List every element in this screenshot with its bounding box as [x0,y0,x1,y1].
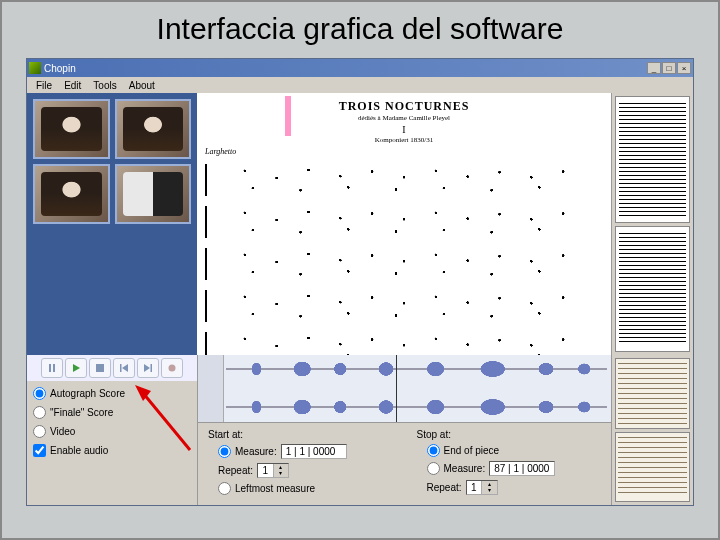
score-page-thumb[interactable] [615,226,690,353]
play-button[interactable] [65,358,87,378]
waveform-panel[interactable] [198,355,611,423]
measure-label: Measure: [235,446,277,457]
image-thumb[interactable] [115,164,192,224]
svg-rect-1 [53,364,55,372]
autograph-score-label: Autograph Score [50,388,125,399]
stop-repeat-spinner[interactable]: 1▴▾ [466,480,498,495]
staff-system [205,286,603,322]
enable-audio-checkbox[interactable] [33,444,46,457]
menu-about[interactable]: About [123,80,161,91]
svg-marker-2 [73,364,80,372]
start-measure-radio[interactable] [218,445,231,458]
transport-bar [27,355,197,381]
manuscript-page-thumb[interactable] [615,432,690,503]
score-tempo: Larghetto [205,147,603,156]
waveform-cursor[interactable] [396,355,397,422]
svg-point-8 [169,365,176,372]
maximize-button[interactable]: □ [662,62,676,74]
autograph-score-radio[interactable] [33,387,46,400]
stop-measure-radio[interactable] [427,462,440,475]
leftmost-measure-radio[interactable] [218,482,231,495]
manuscript-page-thumb[interactable] [615,358,690,429]
image-thumb[interactable] [33,164,110,224]
app-icon [29,62,41,74]
stop-measure-input[interactable]: 87 | 1 | 0000 [489,461,555,476]
svg-marker-4 [122,364,128,372]
start-measure-input[interactable]: 1 | 1 | 0000 [281,444,347,459]
score-page-thumbnails [611,93,693,355]
score-title: TROIS NOCTURNES [205,99,603,114]
menu-tools[interactable]: Tools [87,80,122,91]
end-of-piece-radio[interactable] [427,444,440,457]
staff-system [205,202,603,238]
menu-edit[interactable]: Edit [58,80,87,91]
slide-title: Interfaccia grafica del software [26,12,694,46]
titlebar: Chopin _ □ × [27,59,693,77]
next-button[interactable] [137,358,159,378]
score-viewer[interactable]: TROIS NOCTURNES dédiés à Madame Camille … [197,93,611,355]
staff-system [205,328,603,355]
staff-system [205,244,603,280]
prev-button[interactable] [113,358,135,378]
enable-audio-label: Enable audio [50,445,108,456]
waveform-ruler [198,355,224,422]
repeat-label: Repeat: [427,482,462,493]
pause-button[interactable] [41,358,63,378]
start-repeat-spinner[interactable]: 1▴▾ [257,463,289,478]
svg-rect-3 [96,364,104,372]
manuscript-thumbnails [611,355,693,505]
app-window: Chopin _ □ × File Edit Tools About [26,58,694,506]
stop-at-label: Stop at: [417,429,602,440]
record-button[interactable] [161,358,183,378]
svg-rect-5 [120,364,122,372]
image-thumb[interactable] [33,99,110,159]
repeat-label: Repeat: [218,465,253,476]
finale-score-label: "Finale" Score [50,407,113,418]
svg-line-9 [143,393,190,450]
minimize-button[interactable]: _ [647,62,661,74]
video-label: Video [50,426,75,437]
score-page-thumb[interactable] [615,96,690,223]
sidebar [27,93,197,355]
finale-score-radio[interactable] [33,406,46,419]
score-dedication: dédiés à Madame Camille Pleyel [205,114,603,122]
app-title: Chopin [44,63,76,74]
svg-rect-7 [151,364,153,372]
staff-system [205,160,603,196]
image-thumb[interactable] [115,99,192,159]
measure-label: Measure: [444,463,486,474]
svg-marker-6 [144,364,150,372]
end-of-piece-label: End of piece [444,445,500,456]
view-options: Autograph Score "Finale" Score Video Ena… [27,381,197,505]
stop-button[interactable] [89,358,111,378]
leftmost-label: Leftmost measure [235,483,315,494]
close-button[interactable]: × [677,62,691,74]
start-at-label: Start at: [208,429,393,440]
playback-cursor[interactable] [285,96,291,136]
menu-file[interactable]: File [30,80,58,91]
score-composed: Komponiert 1830/31 [205,136,603,144]
score-movement-number: I [205,124,603,135]
menubar: File Edit Tools About [27,77,693,93]
video-radio[interactable] [33,425,46,438]
playback-range-panel: Start at: Measure: 1 | 1 | 0000 Repeat: … [198,423,611,505]
svg-rect-0 [49,364,51,372]
